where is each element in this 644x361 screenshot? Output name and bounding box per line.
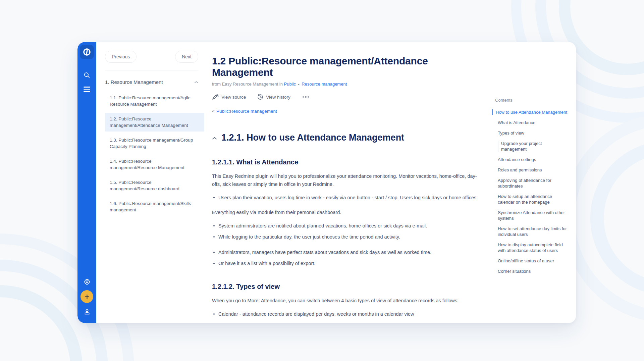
section-heading: 1.2.1. How to use Attendance Management xyxy=(221,133,404,143)
tree-item-resource-management[interactable]: 1.4. Public:Resource management/Resource… xyxy=(105,155,204,174)
tree-root-toggle[interactable]: 1. Resource Management xyxy=(105,79,198,85)
parent-page-link[interactable]: Public:Resource management xyxy=(216,109,277,114)
view-history-label: View history xyxy=(266,95,290,100)
profile-button[interactable] xyxy=(80,305,94,318)
toc-item-roles-permissions[interactable]: Roles and permissions xyxy=(492,167,568,173)
tree-item-skills-management[interactable]: 1.6. Public:Resource management/Skills m… xyxy=(105,197,204,216)
byline-separator: • xyxy=(298,82,300,86)
power-logo-icon xyxy=(83,48,91,56)
view-source-button[interactable]: View source xyxy=(212,94,246,100)
history-clock-icon xyxy=(257,94,263,100)
app-logo[interactable] xyxy=(80,45,94,59)
hamburger-icon xyxy=(84,87,90,92)
toc-item-types-of-view[interactable]: Types of view xyxy=(492,130,568,136)
toc-item-synchronize-attendance[interactable]: Synchronize Attendance with other system… xyxy=(492,210,568,221)
toc-item-setup-calendar-homepage[interactable]: How to setup an attendance calendar on t… xyxy=(492,194,568,205)
bullet-list: Administrators, managers have perfect st… xyxy=(212,248,482,267)
view-history-button[interactable]: View history xyxy=(257,94,290,100)
tree-divider xyxy=(105,70,198,70)
settings-button[interactable] xyxy=(80,275,94,288)
toc-item-approving-attendance[interactable]: Approving of attendance for subordinates xyxy=(492,177,568,189)
parent-page-breadcrumb: <Public:Resource management xyxy=(212,109,482,114)
plus-icon xyxy=(85,294,90,299)
toc-item-upgrade-project-management[interactable]: Upgrade your project management xyxy=(498,141,568,152)
wiki-tree-panel: Previous Next 1. Resource Management 1.1… xyxy=(96,42,204,323)
list-item: Or have it as a list with a possibility … xyxy=(212,259,482,267)
main-window: Previous Next 1. Resource Management 1.1… xyxy=(77,42,576,323)
view-source-label: View source xyxy=(221,95,246,100)
pen-lock-icon xyxy=(212,94,219,100)
toc-item-corner-situations[interactable]: Corner situations xyxy=(492,268,568,274)
chevron-up-icon xyxy=(212,137,217,140)
tree-item-list: 1.1. Public:Resource management/Agile Re… xyxy=(105,92,204,216)
previous-button[interactable]: Previous xyxy=(105,51,137,63)
quick-add-button[interactable] xyxy=(80,290,93,303)
page-title: 1.2 Public:Resource management/Attendanc… xyxy=(212,55,482,78)
paragraph: Everything easily via module from their … xyxy=(212,208,482,216)
contents-panel: Contents How to use Attendance Managemen… xyxy=(491,42,576,323)
tree-pager: Previous Next xyxy=(105,51,204,63)
bullet-list: Users plan their vacation, users log tim… xyxy=(212,194,482,202)
decor-rings-right xyxy=(604,154,644,282)
contents-title: Contents xyxy=(492,98,568,103)
collapse-section-button[interactable] xyxy=(212,137,217,140)
list-item: While logging to the particular day, the… xyxy=(212,233,482,241)
byline-prefix: from Easy Resource Management in xyxy=(212,82,283,87)
bullet-list: Calendar - attendance records are displa… xyxy=(212,310,482,318)
tree-item-attendance-management[interactable]: 1.2. Public:Resource management/Attendan… xyxy=(105,113,204,132)
back-arrow-glyph: < xyxy=(212,109,215,114)
tree-item-group-capacity-planning[interactable]: 1.3. Public:Resource management/Group Ca… xyxy=(105,134,204,153)
article-toolbar: View source View history xyxy=(212,94,482,100)
paragraph: This Easy Redmine plugin will help you t… xyxy=(212,172,482,188)
chevron-up-icon xyxy=(194,81,198,84)
toc-item-attendance-settings[interactable]: Attendance settings xyxy=(492,157,568,162)
app-rail xyxy=(77,42,96,323)
paragraph: When you go to More: Attendance, you can… xyxy=(212,297,482,305)
gear-icon xyxy=(84,278,91,285)
list-item: Calendar - attendance records are displa… xyxy=(212,310,482,318)
bullet-list: System administrators are notified about… xyxy=(212,222,482,241)
subsection-what-is-attendance-heading: 1.2.1.1. What is Attendance xyxy=(212,158,482,166)
toc-item-what-is-attendance[interactable]: What is Attendance xyxy=(492,120,568,125)
byline: from Easy Resource Management in Public … xyxy=(212,82,482,87)
tree-root-label: 1. Resource Management xyxy=(105,79,163,85)
toc-item-autocomplete-field[interactable]: How to display autocomplete field with a… xyxy=(492,242,568,253)
more-options-button[interactable] xyxy=(302,95,310,99)
toc-item-day-limits[interactable]: How to set attendance day limits for ind… xyxy=(492,226,568,237)
list-item: Users plan their vacation, users log tim… xyxy=(212,194,482,202)
user-icon xyxy=(84,308,91,315)
byline-link-public[interactable]: Public xyxy=(284,82,296,87)
subsection-types-of-view-heading: 1.2.1.2. Types of view xyxy=(212,283,482,291)
search-button[interactable] xyxy=(80,68,94,82)
list-item: Administrators, managers have perfect st… xyxy=(212,248,482,256)
next-button[interactable]: Next xyxy=(175,51,198,63)
decor-rings-top-right xyxy=(570,0,644,64)
decor-rings-bottom-left xyxy=(0,297,70,361)
menu-button[interactable] xyxy=(80,83,94,96)
article-content: 1.2 Public:Resource management/Attendanc… xyxy=(204,42,491,323)
toc-item-online-offline-status[interactable]: Online/offline status of a user xyxy=(492,258,568,264)
list-item: System administrators are notified about… xyxy=(212,222,482,230)
tree-item-agile-resource-management[interactable]: 1.1. Public:Resource management/Agile Re… xyxy=(105,92,204,110)
search-icon xyxy=(84,72,90,79)
byline-link-resource-management[interactable]: Resource management xyxy=(302,82,347,87)
tree-item-resource-dashboard[interactable]: 1.5. Public:Resource management/Resource… xyxy=(105,176,204,195)
section-heading-row: 1.2.1. How to use Attendance Management xyxy=(212,133,482,143)
toc-item-how-to-use[interactable]: How to use Attendance Management xyxy=(492,109,568,115)
ellipsis-icon xyxy=(303,96,304,98)
